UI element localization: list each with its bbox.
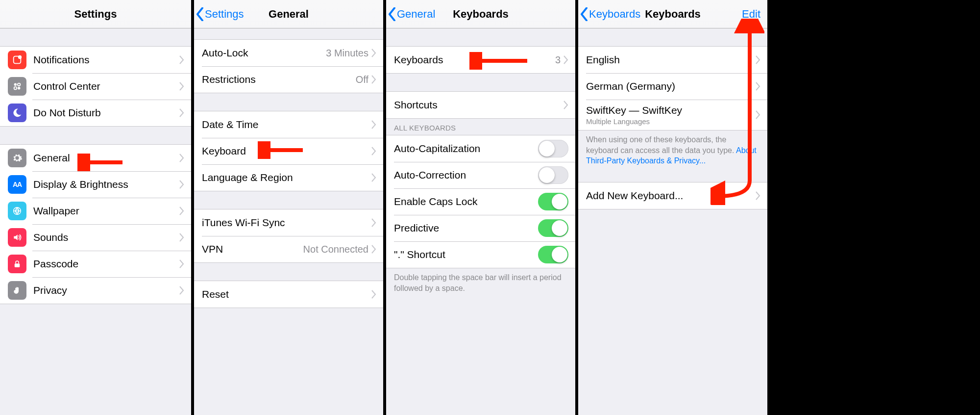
group-notifications: Notifications Control Center Do Not Dist… xyxy=(0,46,191,127)
toggle[interactable] xyxy=(538,140,568,157)
pane-settings: Settings Notifications Control Center xyxy=(0,0,191,415)
group-general: General AA Display & Brightness Wallpape… xyxy=(0,144,191,304)
back-button[interactable]: Keyboards xyxy=(580,0,640,28)
page-title: General xyxy=(269,8,309,21)
sounds-icon xyxy=(8,228,26,247)
pane-general: Settings General Auto-Lock 3 Minutes Res… xyxy=(191,0,383,415)
pane-keyboards: General Keyboards Keyboards 3 Shortcuts … xyxy=(383,0,575,415)
chevron-right-icon xyxy=(179,259,184,268)
row-auto-correction[interactable]: Auto-Correction xyxy=(386,162,575,188)
chevron-right-icon xyxy=(179,286,184,295)
row-predictive[interactable]: Predictive xyxy=(386,215,575,241)
chevron-right-icon xyxy=(756,82,760,91)
section-header: ALL KEYBOARDS xyxy=(386,119,575,135)
row-vpn[interactable]: VPN Not Connected xyxy=(194,236,383,262)
navbar: Settings xyxy=(0,0,191,28)
chevron-right-icon xyxy=(371,147,376,156)
row-sounds[interactable]: Sounds xyxy=(0,224,191,251)
row-itunes-wifi-sync[interactable]: iTunes Wi-Fi Sync xyxy=(194,209,383,236)
chevron-right-icon xyxy=(371,75,376,84)
chevron-right-icon xyxy=(179,108,184,117)
edit-button[interactable]: Edit xyxy=(742,0,760,28)
back-button[interactable]: Settings xyxy=(196,0,244,28)
toggle[interactable] xyxy=(538,219,568,237)
wallpaper-icon xyxy=(8,202,26,220)
svg-rect-5 xyxy=(18,83,20,86)
row-restrictions[interactable]: Restrictions Off xyxy=(194,66,383,93)
row-keyboard-swiftkey[interactable]: SwiftKey — SwiftKey Multiple Languages xyxy=(578,100,767,130)
svg-point-1 xyxy=(18,55,22,59)
chevron-right-icon xyxy=(564,55,568,64)
chevron-right-icon xyxy=(564,101,568,109)
svg-rect-4 xyxy=(14,87,17,90)
chevron-right-icon xyxy=(371,245,376,254)
chevron-right-icon xyxy=(756,191,760,200)
svg-point-2 xyxy=(14,83,17,86)
svg-rect-8 xyxy=(15,263,20,267)
row-auto-capitalization[interactable]: Auto-Capitalization xyxy=(386,135,575,162)
lock-icon xyxy=(8,255,26,273)
row-keyboard-english[interactable]: English xyxy=(578,47,767,73)
row-enable-caps-lock[interactable]: Enable Caps Lock xyxy=(386,188,575,215)
row-wallpaper[interactable]: Wallpaper xyxy=(0,198,191,224)
chevron-right-icon xyxy=(179,180,184,189)
dnd-icon xyxy=(8,104,26,122)
row-privacy[interactable]: Privacy xyxy=(0,277,191,304)
chevron-right-icon xyxy=(371,218,376,227)
toggle[interactable] xyxy=(538,166,568,184)
chevron-right-icon xyxy=(179,154,184,162)
row-keyboards-count[interactable]: Keyboards 3 xyxy=(386,47,575,73)
row-language-region[interactable]: Language & Region xyxy=(194,164,383,191)
navbar: Settings General xyxy=(194,0,383,28)
svg-point-3 xyxy=(18,87,20,90)
chevron-right-icon xyxy=(179,207,184,215)
row-do-not-disturb[interactable]: Do Not Disturb xyxy=(0,100,191,126)
chevron-right-icon xyxy=(756,55,760,64)
chevron-right-icon xyxy=(371,173,376,182)
row-notifications[interactable]: Notifications xyxy=(0,47,191,73)
toggle[interactable] xyxy=(538,193,568,210)
section-footer: When using one of these keyboards, the k… xyxy=(578,130,767,171)
chevron-right-icon xyxy=(371,49,376,57)
row-display-brightness[interactable]: AA Display & Brightness xyxy=(0,171,191,198)
row-keyboard-german[interactable]: German (Germany) xyxy=(578,73,767,100)
row-control-center[interactable]: Control Center xyxy=(0,73,191,100)
back-label: General xyxy=(397,8,435,21)
gear-icon xyxy=(8,149,26,167)
chevron-right-icon xyxy=(179,233,184,242)
section-footer: Double tapping the space bar will insert… xyxy=(386,268,575,298)
hand-icon xyxy=(8,281,26,300)
row-shortcuts[interactable]: Shortcuts xyxy=(386,92,575,118)
notifications-icon xyxy=(8,51,26,69)
chevron-right-icon xyxy=(371,120,376,129)
chevron-right-icon xyxy=(756,110,760,119)
toggle[interactable] xyxy=(538,246,568,263)
row-passcode[interactable]: Passcode xyxy=(0,251,191,277)
controlcenter-icon xyxy=(8,77,26,96)
chevron-right-icon xyxy=(179,55,184,64)
pane-keyboard-list: Keyboards Keyboards Edit English German … xyxy=(575,0,767,415)
chevron-right-icon xyxy=(179,82,184,91)
row-period-shortcut[interactable]: "." Shortcut xyxy=(386,241,575,268)
page-title: Keyboards xyxy=(453,8,509,21)
chevron-right-icon xyxy=(371,290,376,299)
back-label: Settings xyxy=(205,8,244,21)
page-title: Keyboards xyxy=(645,8,701,21)
back-button[interactable]: General xyxy=(388,0,435,28)
page-title: Settings xyxy=(74,8,117,21)
back-label: Keyboards xyxy=(589,8,640,21)
row-auto-lock[interactable]: Auto-Lock 3 Minutes xyxy=(194,40,383,66)
row-general[interactable]: General xyxy=(0,145,191,171)
display-icon: AA xyxy=(8,175,26,194)
row-date-time[interactable]: Date & Time xyxy=(194,111,383,138)
row-keyboard[interactable]: Keyboard xyxy=(194,138,383,164)
row-add-new-keyboard[interactable]: Add New Keyboard... xyxy=(578,182,767,209)
navbar: General Keyboards xyxy=(386,0,575,28)
row-reset[interactable]: Reset xyxy=(194,281,383,308)
navbar: Keyboards Keyboards Edit xyxy=(578,0,767,28)
